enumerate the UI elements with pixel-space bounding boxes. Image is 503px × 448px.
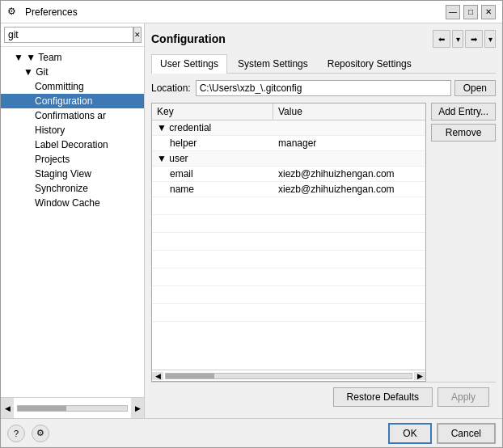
- preferences-button[interactable]: ⚙: [32, 425, 49, 442]
- nav-back-dropdown[interactable]: ▾: [452, 30, 463, 48]
- group-credential-key: ▼ credential: [152, 120, 273, 135]
- ok-button[interactable]: OK: [388, 423, 431, 444]
- preferences-window: ⚙ Preferences — □ ✕ ✕ ▼ ▼ Team ▼ Git: [0, 0, 503, 448]
- sidebar-scroll-right[interactable]: ▶: [131, 398, 144, 418]
- location-input[interactable]: [196, 80, 451, 96]
- sidebar-item-window-cache[interactable]: Window Cache: [1, 196, 144, 210]
- footer: ? ⚙ OK Cancel: [1, 418, 502, 447]
- group-user-label: user: [169, 153, 188, 164]
- open-button[interactable]: Open: [454, 80, 496, 96]
- cancel-button[interactable]: Cancel: [437, 423, 496, 444]
- sidebar-synchronize-label: Synchronize: [35, 183, 88, 194]
- key-helper: helper: [152, 136, 273, 150]
- empty-row-3: [152, 233, 425, 251]
- sidebar-bottom: ◀ ▶: [1, 397, 144, 418]
- expand-icon: ▼: [14, 52, 26, 63]
- restore-defaults-button[interactable]: Restore Defaults: [333, 387, 433, 407]
- nav-forward-button[interactable]: ➡: [465, 30, 483, 48]
- table-header: Key Value: [152, 104, 425, 120]
- sidebar-scrollbar[interactable]: [17, 405, 128, 412]
- search-input[interactable]: [4, 27, 133, 43]
- main-header: Configuration ⬅ ▾ ➡ ▾: [151, 30, 496, 48]
- location-row: Location: Open: [151, 80, 496, 96]
- table-row-email[interactable]: email xiezb@zhihuizhengan.com: [152, 167, 425, 182]
- help-button[interactable]: ?: [7, 425, 25, 442]
- sidebar-window-cache-label: Window Cache: [35, 197, 100, 209]
- group-user-value: [273, 151, 425, 166]
- title-bar-controls: — □ ✕: [446, 5, 496, 19]
- table-scrollbar-row: ◀ ▶: [152, 370, 425, 381]
- window-icon: ⚙: [7, 6, 20, 19]
- column-value: Value: [273, 104, 425, 120]
- tab-bar: User Settings System Settings Repository…: [151, 54, 496, 74]
- value-helper: manager: [273, 136, 425, 150]
- value-email: xiezb@zhihuizhengan.com: [273, 167, 425, 181]
- tab-repository-settings[interactable]: Repository Settings: [319, 54, 421, 73]
- bottom-bar: Restore Defaults Apply: [151, 382, 496, 412]
- value-name: xiezb@zhihuizhengan.com: [273, 182, 425, 197]
- sidebar-scroll-thumb: [18, 406, 66, 411]
- sidebar-scroll-left[interactable]: ◀: [1, 398, 14, 418]
- sidebar-committing-label: Committing: [35, 81, 84, 92]
- sidebar-item-synchronize[interactable]: Synchronize: [1, 181, 144, 196]
- tab-system-settings[interactable]: System Settings: [229, 54, 317, 73]
- remove-button[interactable]: Remove: [431, 124, 496, 142]
- expand-icon: ▼: [23, 66, 36, 78]
- sidebar-item-label-decoration[interactable]: Label Decoration: [1, 137, 144, 152]
- table-row-name[interactable]: name xiezb@zhihuizhengan.com: [152, 182, 425, 197]
- navigation-arrows: ⬅ ▾ ➡ ▾: [433, 30, 496, 48]
- footer-actions: OK Cancel: [388, 423, 496, 444]
- scroll-thumb: [166, 374, 214, 378]
- sidebar-item-git[interactable]: ▼ Git: [1, 65, 144, 79]
- sidebar-item-confirmations[interactable]: Confirmations ar: [1, 108, 144, 123]
- minimize-button[interactable]: —: [446, 5, 460, 19]
- search-bar: ✕: [1, 23, 144, 47]
- group-credential-label: credential: [169, 122, 211, 133]
- window-title: Preferences: [25, 6, 446, 18]
- sidebar-item-committing[interactable]: Committing: [1, 79, 144, 94]
- table-body: ▼ credential helper manager: [152, 120, 425, 370]
- search-clear-button[interactable]: ✕: [133, 27, 142, 43]
- sidebar-item-team[interactable]: ▼ ▼ Team: [1, 50, 144, 65]
- sidebar-item-projects[interactable]: Projects: [1, 152, 144, 167]
- maximize-button[interactable]: □: [463, 5, 478, 19]
- empty-row-4: [152, 251, 425, 268]
- column-key: Key: [152, 104, 273, 120]
- config-table: Key Value ▼ credential: [151, 103, 426, 382]
- panel-content: Location: Open Key Value: [151, 80, 496, 412]
- group-user-key: ▼ user: [152, 151, 273, 166]
- scroll-right-button[interactable]: ▶: [414, 372, 425, 380]
- panel-title: Configuration: [151, 32, 433, 45]
- table-with-buttons: Key Value ▼ credential: [151, 103, 496, 382]
- apply-button[interactable]: Apply: [437, 387, 489, 407]
- key-name: name: [152, 182, 273, 197]
- empty-row-1: [152, 197, 425, 215]
- key-email: email: [152, 167, 273, 181]
- sidebar-label-decoration-label: Label Decoration: [35, 139, 108, 150]
- sidebar-item-configuration[interactable]: Configuration: [1, 94, 144, 108]
- expand-icon: ▼: [157, 122, 169, 133]
- add-entry-button[interactable]: Add Entry...: [431, 103, 496, 120]
- gear-icon: ⚙: [36, 428, 44, 438]
- title-bar: ⚙ Preferences — □ ✕: [1, 1, 502, 23]
- sidebar-confirmations-label: Confirmations ar: [35, 110, 106, 121]
- nav-back-button[interactable]: ⬅: [433, 30, 450, 48]
- sidebar-item-history[interactable]: History: [1, 123, 144, 137]
- horizontal-scrollbar[interactable]: [165, 373, 412, 379]
- close-button[interactable]: ✕: [481, 5, 496, 19]
- content-area: ✕ ▼ ▼ Team ▼ Git Committing Configuratio…: [1, 23, 502, 418]
- scroll-left-button[interactable]: ◀: [152, 372, 163, 380]
- empty-row-5: [152, 268, 425, 286]
- sidebar-item-staging-view[interactable]: Staging View: [1, 167, 144, 181]
- empty-row-6: [152, 286, 425, 304]
- footer-icons: ? ⚙: [7, 425, 49, 442]
- group-row-user[interactable]: ▼ user: [152, 151, 425, 167]
- main-panel: Configuration ⬅ ▾ ➡ ▾ User Settings Syst…: [145, 23, 502, 418]
- side-buttons: Add Entry... Remove: [431, 103, 496, 382]
- table-row-helper[interactable]: helper manager: [152, 136, 425, 151]
- group-row-credential[interactable]: ▼ credential: [152, 120, 425, 136]
- tab-user-settings[interactable]: User Settings: [151, 54, 227, 74]
- nav-forward-dropdown[interactable]: ▾: [484, 30, 496, 48]
- sidebar-projects-label: Projects: [35, 154, 70, 165]
- location-label: Location:: [151, 82, 191, 94]
